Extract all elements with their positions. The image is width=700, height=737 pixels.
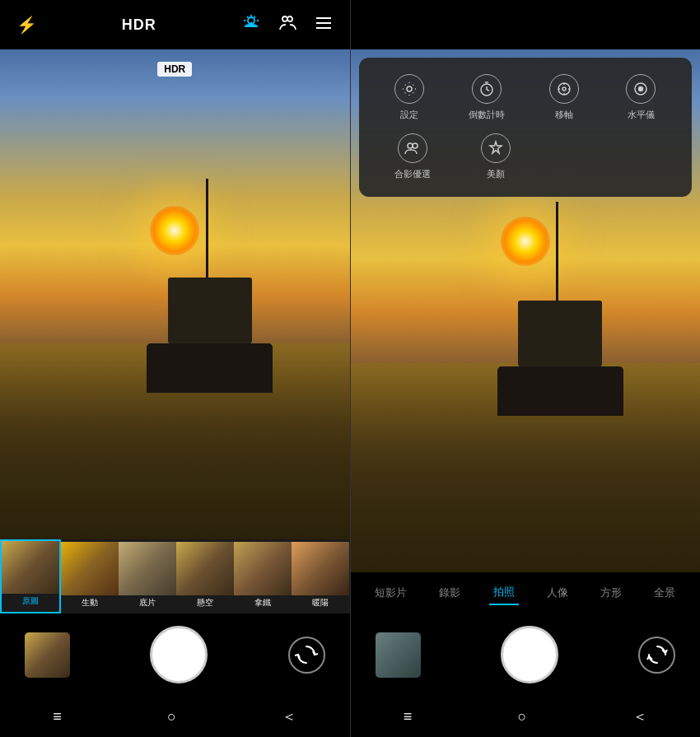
settings-icon xyxy=(394,74,424,104)
svg-line-6 xyxy=(254,16,255,18)
menu-item-tilt[interactable]: 移軸 xyxy=(530,74,599,121)
svg-point-26 xyxy=(413,143,418,148)
timer-icon xyxy=(472,74,502,104)
right-viewfinder[interactable]: 設定 倒數計時 xyxy=(351,49,701,572)
right-nav-bar: ≡ ○ ＜ xyxy=(351,696,701,737)
mode-selector: 短影片 錄影 拍照 人像 方形 全景 xyxy=(351,572,701,613)
left-top-bar: ⚡ HDR xyxy=(0,0,350,49)
tilt-label: 移軸 xyxy=(555,109,573,121)
nav-menu-icon[interactable]: ≡ xyxy=(53,708,62,725)
people-icon[interactable] xyxy=(278,13,297,37)
right-rotate-camera-button[interactable] xyxy=(638,637,675,674)
right-panel: 設定 倒數計時 xyxy=(351,0,701,737)
svg-line-5 xyxy=(247,16,249,18)
mode-portrait[interactable]: 人像 xyxy=(543,581,572,604)
left-panel: ⚡ HDR xyxy=(0,0,350,737)
svg-point-18 xyxy=(562,87,566,91)
shutter-button[interactable] xyxy=(150,626,208,683)
mode-photo[interactable]: 拍照 xyxy=(489,581,519,605)
menu-item-group[interactable]: 合影優選 xyxy=(376,133,450,180)
rotate-camera-button[interactable] xyxy=(288,637,325,674)
menu-grid-row1: 設定 倒數計時 xyxy=(376,74,676,121)
filter-sky[interactable]: 懸空 xyxy=(176,539,234,613)
weather-icon[interactable] xyxy=(241,13,261,37)
svg-point-17 xyxy=(558,83,570,95)
right-nav-back-icon[interactable]: ＜ xyxy=(632,707,647,726)
filter-row: 原圖 生動 底片 懸空 拿鐵 暖陽 xyxy=(0,539,350,613)
menu-overlay: 設定 倒數計時 xyxy=(359,58,693,197)
menu-item-beauty[interactable]: 美顏 xyxy=(459,133,534,180)
hdr-label[interactable]: HDR xyxy=(122,16,156,34)
svg-line-15 xyxy=(487,90,489,91)
filter-warm[interactable]: 暖陽 xyxy=(292,539,349,613)
timer-label: 倒數計時 xyxy=(469,109,505,121)
right-nav-menu-icon[interactable]: ≡ xyxy=(404,708,413,725)
group-icon xyxy=(398,133,427,163)
right-nav-home-icon[interactable]: ○ xyxy=(518,708,527,725)
filter-portrait[interactable]: 拿鐵 xyxy=(234,539,292,613)
menu-item-timer[interactable]: 倒數計時 xyxy=(452,74,521,121)
mode-short-video[interactable]: 短影片 xyxy=(371,581,411,604)
mode-video[interactable]: 錄影 xyxy=(435,581,464,604)
tilt-icon xyxy=(549,74,579,104)
beauty-icon xyxy=(481,133,511,163)
menu-item-level[interactable]: 水平儀 xyxy=(606,74,675,121)
svg-point-8 xyxy=(287,16,292,21)
left-nav-bar: ≡ ○ ＜ xyxy=(0,696,350,737)
right-gallery-thumbnail[interactable] xyxy=(376,632,421,678)
left-bottom-controls xyxy=(0,613,350,696)
filter-vivid[interactable]: 生動 xyxy=(61,539,119,613)
svg-point-12 xyxy=(407,86,412,91)
menu-item-settings[interactable]: 設定 xyxy=(376,74,445,121)
right-bottom-controls xyxy=(351,613,701,696)
menu-icon[interactable] xyxy=(314,13,334,37)
filter-film[interactable]: 底片 xyxy=(119,539,176,613)
viewfinder-background: HDR xyxy=(0,49,350,539)
gallery-thumbnail[interactable] xyxy=(25,632,70,678)
svg-point-24 xyxy=(639,87,643,91)
nav-home-icon[interactable]: ○ xyxy=(167,708,176,725)
mode-square[interactable]: 方形 xyxy=(596,581,626,604)
filter-original[interactable]: 原圖 xyxy=(0,539,61,613)
svg-point-25 xyxy=(408,143,413,148)
group-label: 合影優選 xyxy=(394,168,431,180)
boat-silhouette xyxy=(105,147,315,393)
nav-back-icon[interactable]: ＜ xyxy=(282,707,296,726)
left-viewfinder[interactable]: HDR xyxy=(0,49,350,539)
level-label: 水平儀 xyxy=(628,109,655,121)
level-icon xyxy=(626,74,656,104)
hdr-badge: HDR xyxy=(157,62,192,77)
settings-label: 設定 xyxy=(400,109,418,121)
top-bar-right-icons xyxy=(241,13,334,37)
beauty-label: 美顏 xyxy=(487,168,505,180)
mode-panorama[interactable]: 全景 xyxy=(650,581,679,604)
flash-icon[interactable]: ⚡ xyxy=(16,15,37,35)
right-shutter-button[interactable] xyxy=(501,626,558,683)
